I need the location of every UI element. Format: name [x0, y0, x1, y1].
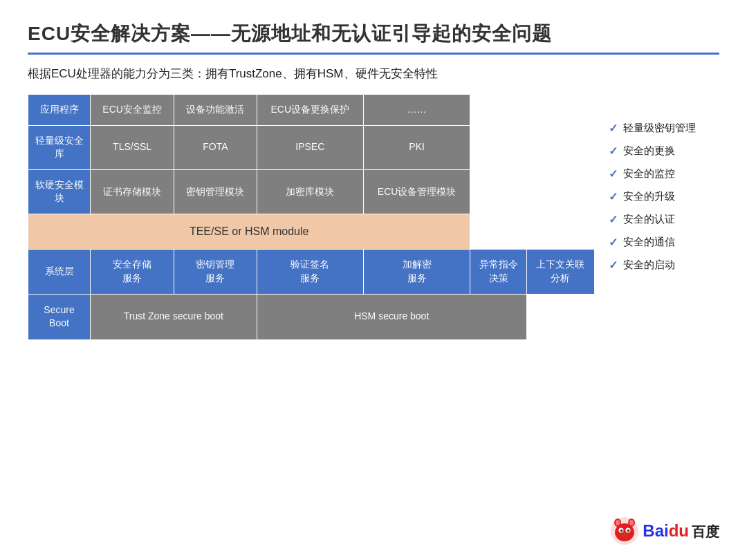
check-item-3: ✓ 安全的监控	[609, 167, 719, 180]
svg-point-4	[629, 520, 634, 525]
check-item-1: ✓ 轻量级密钥管理	[609, 122, 719, 135]
row-tee: TEE/SE or HSM module	[28, 214, 595, 249]
cell-sys-5: 异常指令 决策	[470, 250, 527, 294]
check-label-4: 安全的升级	[623, 190, 675, 203]
check-item-2: ✓ 安全的更换	[609, 144, 719, 158]
cell-sys-2: 密钥管理 服务	[174, 250, 257, 294]
check-item-6: ✓ 安全的通信	[609, 236, 719, 249]
cell-app-label: 应用程序	[28, 95, 91, 126]
check-icon-6: ✓	[609, 236, 618, 249]
cell-module-label: 软硬安全模块	[28, 169, 91, 214]
check-icon-1: ✓	[609, 122, 618, 135]
cell-app-2: 设备功能激活	[174, 95, 257, 126]
architecture-table: 应用程序 ECU安全监控 设备功能激活 ECU设备更换保护 …… 轻量级安全库 …	[28, 94, 595, 340]
svg-point-9	[627, 530, 630, 532]
baidu-chinese: 百度	[692, 523, 719, 541]
diagram-area: 应用程序 ECU安全监控 设备功能激活 ECU设备更换保护 …… 轻量级安全库 …	[28, 94, 719, 340]
svg-point-5	[615, 523, 634, 541]
check-item-7: ✓ 安全的启动	[609, 259, 719, 272]
check-icon-7: ✓	[609, 259, 618, 272]
row-lib: 轻量级安全库 TLS/SSL FOTA IPSEC PKI	[28, 125, 595, 169]
cell-sys-1: 安全存储 服务	[91, 250, 174, 294]
cell-app-1: ECU安全监控	[91, 95, 174, 126]
cell-lib-4: PKI	[363, 125, 470, 169]
svg-point-8	[620, 530, 623, 532]
check-label-2: 安全的更换	[623, 144, 675, 158]
cell-sys-6: 上下文关联 分析	[526, 250, 594, 294]
cell-lib-3: IPSEC	[257, 125, 363, 169]
table-container: 应用程序 ECU安全监控 设备功能激活 ECU设备更换保护 …… 轻量级安全库 …	[28, 94, 595, 340]
cell-sys-label: 系统层	[28, 250, 91, 294]
subtitle: 根据ECU处理器的能力分为三类：拥有TrustZone、拥有HSM、硬件无安全特…	[28, 66, 719, 82]
cell-app-4: ……	[363, 95, 470, 126]
svg-point-3	[616, 520, 620, 525]
cell-app-3: ECU设备更换保护	[257, 95, 363, 126]
check-label-3: 安全的监控	[623, 167, 675, 180]
cell-module-3: 加密库模块	[257, 169, 363, 214]
check-icon-5: ✓	[609, 213, 618, 226]
cell-lib-label: 轻量级安全库	[28, 125, 91, 169]
check-label-6: 安全的通信	[623, 236, 675, 249]
cell-module-2: 密钥管理模块	[174, 169, 257, 214]
baidu-logo: Baidu 百度	[609, 516, 719, 546]
check-label-7: 安全的启动	[623, 259, 675, 272]
svg-point-10	[622, 533, 627, 536]
row-sys: 系统层 安全存储 服务 密钥管理 服务 验证签名 服务 加解密 服务 异常指令 …	[28, 250, 595, 294]
check-icon-2: ✓	[609, 144, 618, 158]
check-icon-4: ✓	[609, 190, 618, 203]
cell-sys-3: 验证签名 服务	[257, 250, 363, 294]
cell-module-4: ECU设备管理模块	[363, 169, 470, 214]
cell-lib-2: FOTA	[174, 125, 257, 169]
check-item-5: ✓ 安全的认证	[609, 213, 719, 226]
row-app: 应用程序 ECU安全监控 设备功能激活 ECU设备更换保护 ……	[28, 95, 595, 126]
cell-boot-tz: Trust Zone secure boot	[91, 294, 257, 339]
title-underline	[28, 53, 719, 55]
cell-boot-label: Secure Boot	[28, 294, 91, 339]
row-module: 软硬安全模块 证书存储模块 密钥管理模块 加密库模块 ECU设备管理模块	[28, 169, 595, 214]
check-icon-3: ✓	[609, 167, 618, 180]
check-label-1: 轻量级密钥管理	[623, 122, 696, 135]
page-container: ECU安全解决方案——无源地址和无认证引导起的安全问题 根据ECU处理器的能力分…	[0, 0, 747, 560]
cell-sys-4: 加解密 服务	[363, 250, 470, 294]
check-item-4: ✓ 安全的升级	[609, 190, 719, 203]
cell-tee: TEE/SE or HSM module	[28, 214, 470, 249]
checklist: ✓ 轻量级密钥管理 ✓ 安全的更换 ✓ 安全的监控 ✓ 安全的升级 ✓ 安全的认…	[609, 94, 719, 272]
title-section: ECU安全解决方案——无源地址和无认证引导起的安全问题	[28, 21, 719, 55]
cell-boot-hsm: HSM secure boot	[257, 294, 526, 339]
check-label-5: 安全的认证	[623, 213, 675, 226]
row-boot: Secure Boot Trust Zone secure boot HSM s…	[28, 294, 595, 339]
baidu-text-du: du	[669, 521, 689, 541]
baidu-bear-icon	[609, 516, 640, 546]
cell-module-1: 证书存储模块	[91, 169, 174, 214]
baidu-text-bai: Bai	[643, 521, 668, 541]
page-title: ECU安全解决方案——无源地址和无认证引导起的安全问题	[28, 21, 719, 47]
cell-lib-1: TLS/SSL	[91, 125, 174, 169]
